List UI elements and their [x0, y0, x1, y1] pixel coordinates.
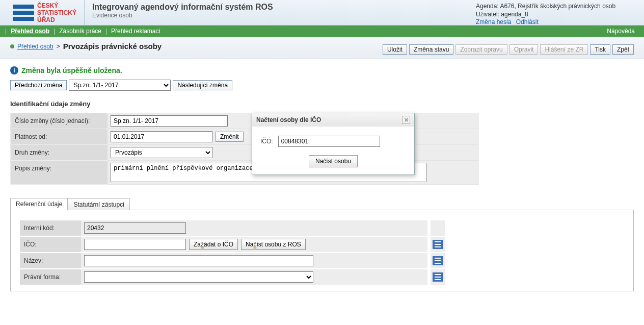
correct-button: Opravit	[509, 44, 539, 55]
agenda-value: A676, Rejstřík školských právnických oso…	[500, 3, 615, 10]
dialog-ico-input[interactable]	[278, 136, 380, 147]
change-navigation: Předchozí změna Sp.zn. 1/1- 2017 Následu…	[10, 80, 634, 91]
label-druh: Druh změny:	[11, 145, 108, 161]
label-ico: IČO:	[20, 237, 81, 252]
change-select[interactable]: Sp.zn. 1/1- 2017	[69, 80, 171, 91]
breadcrumb-dot-icon	[10, 44, 14, 48]
tab-panel-reference: Interní kód: IČO: Zažádat o IČO Načíst o…	[10, 210, 634, 291]
nav-item-help[interactable]: Nápověda	[603, 28, 639, 35]
back-button[interactable]: Zpět	[612, 44, 634, 55]
user-info: Agenda: A676, Rejstřík školských právnic…	[466, 0, 644, 25]
success-message: i Změna byla úspěšně uložena.	[10, 66, 634, 74]
load-from-ros-button[interactable]: Načíst osobu z ROS	[241, 239, 306, 250]
prev-change-button[interactable]: Předchozí změna	[10, 80, 67, 90]
logo-text: ČESKÝ STATISTICKÝ ÚŘAD	[37, 2, 76, 23]
zr-report-button: Hlášení ze ZR	[540, 44, 588, 55]
logo-bars-icon	[13, 4, 34, 22]
app-subtitle: Evidence osob	[92, 12, 458, 19]
nav-item-overview[interactable]: Přehled osob	[7, 28, 53, 35]
label-popis: Popis změny:	[11, 161, 108, 185]
label-nazev: Název:	[20, 253, 81, 268]
show-correction-button: Zobrazit opravu	[455, 44, 507, 55]
section-title-ident: Identifikační údaje změny	[10, 100, 634, 108]
logout-link[interactable]: Odhlásit	[516, 18, 539, 26]
dialog-close-button[interactable]: ✕	[402, 116, 410, 124]
success-text: Změna byla úspěšně uložena.	[21, 66, 122, 74]
main-nav: | Přehled osob | Zásobník práce | Přehle…	[0, 26, 644, 37]
label-pforma: Právní forma:	[20, 269, 81, 285]
request-ico-button[interactable]: Zažádat o IČO	[189, 239, 238, 250]
platnost-input[interactable]	[111, 131, 212, 142]
platnost-change-button[interactable]: Změnit	[216, 132, 244, 142]
print-button[interactable]: Tisk	[590, 44, 610, 55]
list-icon[interactable]	[433, 256, 443, 265]
druh-select[interactable]: Prvozápis	[111, 147, 212, 158]
tab-reference-data[interactable]: Referenční údaje	[10, 198, 68, 210]
label-cislo: Číslo změny (číslo jednací):	[11, 113, 108, 129]
ico-input[interactable]	[84, 239, 186, 250]
app-title: Integrovaný agendový informační systém R…	[92, 3, 458, 12]
dialog-load-button[interactable]: Načíst osobu	[309, 155, 358, 167]
tabs: Referenční údaje Statutární zástupci	[10, 197, 634, 210]
sub-header: Přehled osob > Prvozápis právnické osoby…	[0, 37, 644, 59]
dialog-ico-label: IČO:	[260, 138, 273, 145]
list-icon[interactable]	[433, 240, 443, 249]
breadcrumb-sep: >	[57, 43, 60, 50]
label-interni: Interní kód:	[20, 220, 81, 236]
dialog-title: Načtení osoby dle IČO	[256, 116, 321, 123]
breadcrumb-link[interactable]: Přehled osob	[17, 43, 53, 50]
pforma-select[interactable]	[84, 271, 313, 283]
agenda-label: Agenda:	[476, 3, 499, 10]
change-password-link[interactable]: Změna hesla	[476, 18, 511, 26]
nav-item-complaints[interactable]: Přehled reklamací	[107, 28, 165, 35]
label-platnost: Platnost od:	[11, 129, 108, 145]
load-person-dialog: Načtení osoby dle IČO ✕ IČO: Načíst osob…	[252, 113, 415, 175]
app-title-block: Integrovaný agendový informační systém R…	[85, 0, 466, 25]
page-title: Prvozápis právnické osoby	[63, 42, 162, 51]
tab-stat-agents[interactable]: Statutární zástupci	[68, 198, 129, 210]
cislo-input[interactable]	[111, 115, 228, 127]
content: i Změna byla úspěšně uložena. Předchozí …	[0, 59, 644, 298]
user-label: Uživatel:	[476, 11, 499, 18]
save-button[interactable]: Uložit	[383, 44, 407, 55]
next-change-button[interactable]: Následující změna	[173, 80, 232, 90]
nazev-input[interactable]	[84, 255, 313, 266]
info-icon: i	[10, 66, 18, 74]
logo: ČESKÝ STATISTICKÝ ÚŘAD	[0, 0, 84, 25]
interni-input	[84, 222, 186, 234]
dialog-title-bar: Načtení osoby dle IČO ✕	[252, 113, 414, 127]
nav-item-workstack[interactable]: Zásobník práce	[55, 28, 105, 35]
list-icon[interactable]	[433, 272, 443, 282]
top-header: ČESKÝ STATISTICKÝ ÚŘAD Integrovaný agend…	[0, 0, 644, 26]
user-value: agenda_8	[501, 11, 528, 18]
change-state-button[interactable]: Změna stavu	[409, 44, 453, 55]
